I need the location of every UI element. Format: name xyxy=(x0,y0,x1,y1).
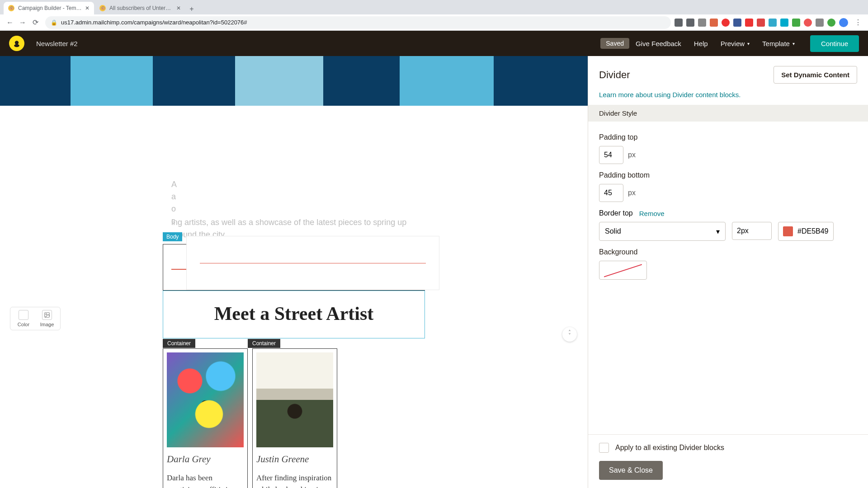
artist-image[interactable] xyxy=(256,352,333,447)
apply-all-label: Apply to all existing Divider blocks xyxy=(615,444,724,452)
chevron-down-icon: ▾ xyxy=(793,41,795,46)
artist-name: Darla Grey xyxy=(167,454,244,465)
translate-icon[interactable] xyxy=(675,19,683,27)
apply-all-checkbox[interactable] xyxy=(599,443,609,453)
extension-icon[interactable] xyxy=(804,19,812,27)
select-value: Solid xyxy=(605,227,621,235)
preview-menu[interactable]: Preview▾ xyxy=(721,40,750,47)
field-label: Background xyxy=(599,248,857,256)
remove-border-link[interactable]: Remove xyxy=(639,210,665,217)
extension-icon[interactable] xyxy=(722,19,730,27)
field-label: Padding top xyxy=(599,133,857,141)
unit-label: px xyxy=(628,189,636,197)
reorder-handle[interactable]: ˄ ˅ xyxy=(562,327,577,342)
container-badge[interactable]: Container xyxy=(248,339,280,348)
chevron-down-icon: ˅ xyxy=(568,334,571,338)
heading-block[interactable]: Meet a Street Artist xyxy=(163,291,425,338)
mailchimp-favicon: 🐵 xyxy=(8,5,14,11)
padding-bottom-input[interactable] xyxy=(599,184,623,202)
extension-icon[interactable] xyxy=(780,19,788,27)
template-menu[interactable]: Template▾ xyxy=(762,40,795,47)
zoom-icon[interactable] xyxy=(686,19,694,27)
divider-line-preview xyxy=(200,263,426,263)
panel-title: Divider xyxy=(599,69,630,81)
body-drag-badge[interactable]: Body xyxy=(163,232,182,241)
border-top-field: Border top Remove Solid ▾ #DE5B49 xyxy=(599,209,857,241)
help-link[interactable]: Help xyxy=(694,40,708,47)
app-top-bar: Newsletter #2 Saved Give Feedback Help P… xyxy=(0,31,868,56)
color-swatch-icon xyxy=(19,310,28,320)
reload-icon[interactable]: ⟳ xyxy=(30,17,41,28)
browser-toolbar: ← → ⟳ 🔒 us17.admin.mailchimp.com/campaig… xyxy=(0,14,868,31)
browser-tab-active[interactable]: 🐵 Campaign Builder - Template D ✕ xyxy=(4,2,94,14)
profile-avatar-icon[interactable] xyxy=(839,18,848,27)
field-label: Padding bottom xyxy=(599,171,857,179)
svg-point-3 xyxy=(46,314,47,314)
border-color-field[interactable]: #DE5B49 xyxy=(778,222,834,241)
section-heading: Meet a Street Artist xyxy=(168,303,420,324)
bg-tool-label: Color xyxy=(18,322,29,327)
mailchimp-favicon: 🐵 xyxy=(99,5,106,11)
padding-top-input[interactable] xyxy=(599,146,623,164)
image-icon xyxy=(42,310,52,320)
forward-icon[interactable]: → xyxy=(17,17,28,28)
border-width-input[interactable] xyxy=(732,222,772,240)
bg-image-tool[interactable]: Image xyxy=(37,310,57,327)
address-bar[interactable]: 🔒 us17.admin.mailchimp.com/campaigns/wiz… xyxy=(45,16,671,29)
browser-tab-inactive[interactable]: 🐵 All subscribers of Unternehme ✕ xyxy=(95,2,185,14)
extension-icon[interactable] xyxy=(816,19,824,27)
artist-image[interactable] xyxy=(167,352,244,447)
back-icon[interactable]: ← xyxy=(5,17,15,28)
intro-text-block[interactable]: A a o c ing artists, as well as a showca… xyxy=(163,168,425,244)
chevron-down-icon: ▾ xyxy=(716,227,720,236)
artist-column[interactable]: Justin Greene After finding inspiration … xyxy=(252,348,337,488)
ghost-text: o xyxy=(171,203,177,215)
extension-icon[interactable] xyxy=(757,19,765,27)
extension-icon[interactable] xyxy=(745,19,753,27)
extension-icon[interactable] xyxy=(827,19,835,27)
background-swatch[interactable] xyxy=(599,261,647,280)
padding-top-field: Padding top px xyxy=(599,133,857,164)
extension-icon[interactable] xyxy=(710,19,718,27)
set-dynamic-content-button[interactable]: Set Dynamic Content xyxy=(774,66,857,84)
hero-image xyxy=(0,56,588,106)
extension-icons: ⋮ xyxy=(675,17,864,28)
artist-bio: Darla has been practicing graffiti since… xyxy=(167,472,244,488)
tab-title: All subscribers of Unternehme xyxy=(109,5,174,11)
browser-tab-strip: 🐵 Campaign Builder - Template D ✕ 🐵 All … xyxy=(0,0,868,14)
unit-label: px xyxy=(628,151,636,159)
extension-icon[interactable] xyxy=(769,19,777,27)
learn-more-link[interactable]: Learn more about using Divider content b… xyxy=(588,91,868,105)
close-icon[interactable]: ✕ xyxy=(85,5,90,11)
container-badge[interactable]: Container xyxy=(163,339,195,348)
panel-section-title: Divider Style xyxy=(588,105,868,122)
ghost-text: a xyxy=(171,191,177,203)
color-hex-value: #DE5B49 xyxy=(797,227,829,235)
kebab-menu-icon[interactable]: ⋮ xyxy=(853,17,863,28)
background-tools: Color Image xyxy=(10,307,61,330)
border-style-select[interactable]: Solid ▾ xyxy=(599,222,726,241)
bg-color-tool[interactable]: Color xyxy=(13,310,34,327)
mailchimp-logo-icon[interactable] xyxy=(9,36,24,51)
padding-bottom-field: Padding bottom px xyxy=(599,171,857,202)
continue-button[interactable]: Continue xyxy=(810,35,859,52)
extension-icon[interactable] xyxy=(792,19,800,27)
save-close-button[interactable]: Save & Close xyxy=(599,461,663,480)
artist-column[interactable]: Darla Grey Darla has been practicing gra… xyxy=(163,348,248,488)
campaign-name[interactable]: Newsletter #2 xyxy=(36,40,78,47)
close-icon[interactable]: ✕ xyxy=(176,5,181,11)
tab-title: Campaign Builder - Template D xyxy=(18,5,82,11)
ghost-text: A xyxy=(171,178,177,191)
artist-name: Justin Greene xyxy=(256,454,333,465)
field-label: Border top xyxy=(599,209,633,217)
color-swatch-icon xyxy=(783,226,793,236)
editor-canvas[interactable]: Color Image ˄ ˅ Body xyxy=(0,56,588,488)
new-tab-button[interactable]: + xyxy=(186,4,197,14)
extension-icon[interactable] xyxy=(698,19,706,27)
artist-bio: After finding inspiration while backpack… xyxy=(256,472,333,488)
url-text: us17.admin.mailchimp.com/campaigns/wizar… xyxy=(61,19,247,26)
bg-tool-label: Image xyxy=(40,322,54,327)
ghost-text: c xyxy=(171,215,177,227)
give-feedback-link[interactable]: Give Feedback xyxy=(636,40,681,47)
extension-icon[interactable] xyxy=(733,19,741,27)
